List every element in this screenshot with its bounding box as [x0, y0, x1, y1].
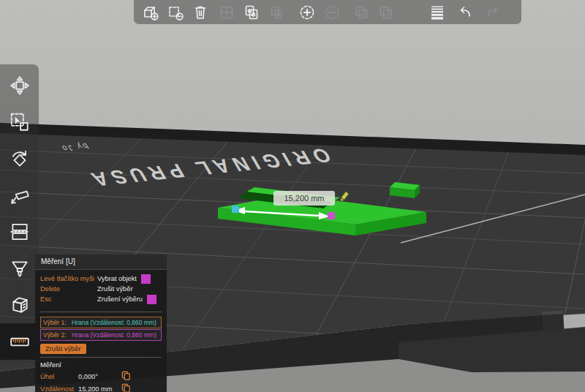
copy-value-icon	[121, 371, 131, 380]
scale-icon	[9, 111, 31, 133]
hint-action: Zrušit výběr	[97, 285, 133, 293]
selection-2-label: Výběr 2:	[43, 331, 67, 339]
hint-row-delete: Delete Zrušit výběr	[40, 284, 162, 294]
cut-icon	[9, 221, 31, 243]
add-instance-icon	[298, 4, 316, 21]
paste-icon	[268, 4, 285, 21]
result-value: 15,200 mm	[78, 385, 121, 392]
hint-action: Zrušení výběru	[97, 295, 143, 303]
arrange-button[interactable]	[214, 1, 239, 23]
variable-layer-height-button[interactable]	[425, 1, 450, 23]
selection-color-swatch	[141, 274, 151, 284]
split-parts-icon: P	[377, 4, 395, 21]
split-to-objects-button[interactable]: O	[349, 1, 374, 23]
measure-panel: Měření [U] Levé tlačítko myši Vybrat obj…	[35, 255, 167, 392]
scale-tool-button[interactable]	[0, 104, 39, 140]
split-to-parts-button[interactable]: P	[374, 1, 399, 23]
cut-tool-button[interactable]	[0, 214, 39, 250]
place-on-face-tool-button[interactable]	[0, 177, 39, 214]
seam-cube-icon	[9, 294, 31, 316]
selection-1-row: Výběr 1: Hrana (Vzdálenost: 0,860 mm)	[40, 317, 162, 328]
selection-2-value: Hrana (Vzdálenost: 0,860 mm)	[72, 331, 156, 339]
selection-2-row: Výběr 2: Hrana (Vzdálenost: 0,860 mm)	[40, 329, 162, 341]
split-objects-icon: O	[352, 4, 370, 21]
measure-section-title: Měření	[40, 360, 162, 370]
divider	[40, 312, 162, 312]
result-row-angle: Úhel 0,000°	[40, 370, 162, 382]
measure-tool-button[interactable]	[0, 323, 39, 360]
seam-tool-button[interactable]	[0, 287, 39, 323]
top-toolbar: O P	[134, 0, 521, 24]
copy-distance-button[interactable]	[121, 383, 132, 392]
result-label: Úhel	[40, 373, 78, 380]
copy-angle-button[interactable]	[121, 371, 132, 382]
result-value: 0,000°	[78, 373, 121, 380]
undo-icon	[456, 4, 474, 21]
redo-icon	[484, 4, 502, 21]
result-label: Vzdálenost	[40, 385, 78, 392]
measure-ruler-icon	[9, 331, 31, 353]
paste-button[interactable]	[264, 1, 289, 23]
delete-object-button[interactable]	[163, 1, 188, 23]
add-object-button[interactable]	[138, 1, 163, 23]
svg-text:O: O	[363, 11, 367, 18]
reset-selection-button[interactable]: Zrušit výběr	[40, 344, 86, 354]
selection-1-label: Výběr 1:	[43, 319, 67, 326]
move-icon	[9, 75, 31, 97]
measure-panel-title: Měření [U]	[35, 255, 167, 270]
hint-key: Esc	[40, 295, 97, 303]
gizmo-toolbar	[0, 64, 39, 363]
selection-color-swatch	[147, 295, 156, 304]
move-tool-button[interactable]	[0, 67, 39, 104]
place-on-face-icon	[9, 184, 31, 206]
remove-instance-icon	[323, 4, 341, 21]
trash-icon	[192, 4, 209, 21]
layer-height-icon	[429, 4, 446, 21]
measurement-value-label[interactable]: 15,200 mm	[273, 191, 335, 206]
add-cube-icon	[142, 4, 159, 21]
remove-selection-icon	[167, 4, 184, 21]
selection-1-value: Hrana (Vzdálenost: 0,860 mm)	[72, 319, 156, 326]
copy-button[interactable]	[239, 1, 264, 23]
copy-icon	[243, 4, 260, 21]
hint-row-select: Levé tlačítko myši Vybrat objekt	[40, 274, 162, 284]
undo-button[interactable]	[453, 1, 478, 23]
remove-instance-button[interactable]	[320, 1, 344, 23]
hint-action: Vybrat objekt	[97, 275, 137, 282]
svg-text:P: P	[388, 11, 391, 18]
divider	[40, 357, 162, 358]
copy-value-icon	[121, 383, 131, 392]
selection-marker-end[interactable]	[328, 212, 335, 219]
arrange-icon	[218, 4, 235, 21]
paint-supports-tool-button[interactable]	[0, 250, 39, 287]
selection-marker-start[interactable]	[232, 206, 239, 213]
rotate-tool-button[interactable]	[0, 140, 39, 177]
edit-measurement-icon[interactable]	[337, 189, 352, 204]
hint-key: Levé tlačítko myši	[40, 275, 97, 282]
hint-key: Delete	[40, 285, 97, 293]
rotate-icon	[9, 148, 31, 170]
hint-row-esc: Esc Zrušení výběru	[40, 294, 162, 304]
add-instance-button[interactable]	[295, 1, 320, 23]
result-row-distance: Vzdálenost 15,200 mm	[40, 382, 162, 392]
redo-button[interactable]	[480, 1, 505, 23]
paint-brush-icon	[9, 257, 31, 279]
delete-all-button[interactable]	[188, 1, 213, 23]
